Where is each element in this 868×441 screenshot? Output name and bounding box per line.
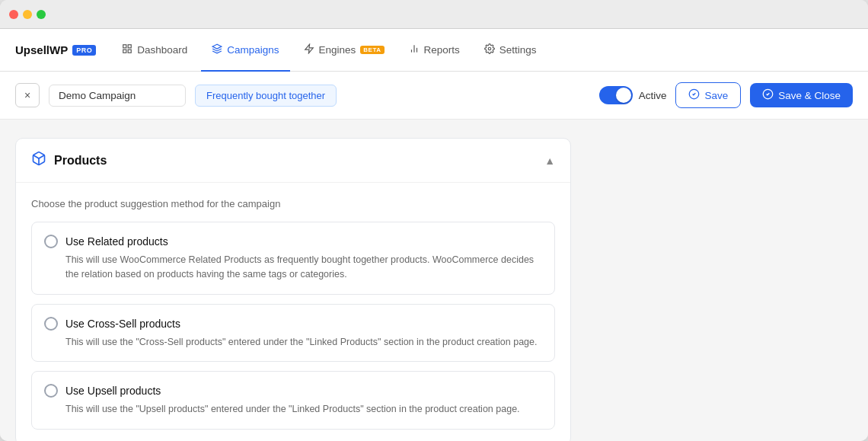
check-circle-icon — [688, 88, 700, 102]
radio-desc-upsell: This will use the "Upsell products" ente… — [44, 402, 542, 417]
nav-label-settings: Settings — [499, 44, 537, 56]
brand-name: UpsellWP — [15, 43, 68, 56]
nav-label-reports: Reports — [424, 44, 460, 56]
save-button-label: Save — [704, 90, 728, 101]
radio-header-upsell: Use Upsell products — [44, 384, 542, 398]
radio-option-upsell[interactable]: Use Upsell products This will use the "U… — [31, 371, 555, 430]
bar-chart-icon — [409, 43, 420, 56]
minimize-traffic-light[interactable] — [23, 10, 32, 19]
radio-circle-upsell — [44, 384, 58, 398]
nav-label-campaigns: Campaigns — [227, 44, 279, 56]
svg-rect-3 — [128, 50, 131, 53]
close-campaign-button[interactable]: × — [15, 83, 40, 107]
radio-desc-crosssell: This will use the "Cross-Sell products" … — [44, 335, 542, 350]
beta-badge: BETA — [360, 46, 384, 54]
radio-title-upsell: Use Upsell products — [65, 385, 161, 397]
radio-circle-crosssell — [44, 317, 58, 331]
svg-point-9 — [488, 47, 491, 50]
maximize-traffic-light[interactable] — [37, 10, 46, 19]
radio-title-crosssell: Use Cross-Sell products — [65, 318, 180, 330]
radio-circle-related — [44, 235, 58, 248]
svg-marker-4 — [212, 44, 222, 49]
app-window: UpsellWP PRO Dashboard Campaigns — [0, 0, 868, 441]
save-close-button[interactable]: Save & Close — [750, 83, 853, 107]
nav-label-dashboard: Dashboard — [137, 44, 187, 56]
nav-item-settings[interactable]: Settings — [474, 29, 547, 72]
grid-icon — [122, 43, 132, 56]
radio-header-related: Use Related products — [44, 235, 542, 248]
active-toggle-group: Active — [599, 86, 667, 104]
close-traffic-light[interactable] — [9, 10, 18, 19]
brand: UpsellWP PRO — [15, 43, 96, 56]
products-title-group: Products — [31, 151, 107, 170]
radio-option-crosssell[interactable]: Use Cross-Sell products This will use th… — [31, 304, 555, 363]
navbar: UpsellWP PRO Dashboard Campaigns — [0, 29, 868, 72]
products-title: Products — [54, 154, 107, 168]
campaign-name-input[interactable] — [49, 85, 186, 107]
radio-desc-related: This will use WooCommerce Related Produc… — [44, 253, 542, 282]
traffic-lights — [9, 10, 46, 19]
radio-title-related: Use Related products — [65, 235, 168, 248]
products-header: Products ▲ — [16, 139, 570, 183]
zap-icon — [304, 43, 314, 56]
svg-rect-0 — [123, 45, 126, 48]
suggestion-label: Choose the product suggestion method for… — [31, 198, 555, 209]
products-cube-icon — [31, 151, 46, 170]
nav-item-engines[interactable]: Engines BETA — [293, 29, 395, 72]
nav-label-engines: Engines — [319, 44, 356, 56]
nav-item-reports[interactable]: Reports — [398, 29, 471, 72]
save-close-button-label: Save & Close — [778, 90, 841, 101]
radio-option-related[interactable]: Use Related products This will use WooCo… — [31, 222, 555, 295]
section-area: Products ▲ Choose the product suggestion… — [0, 120, 868, 441]
pro-badge: PRO — [72, 45, 96, 56]
active-toggle[interactable] — [599, 86, 633, 104]
toggle-label: Active — [639, 90, 667, 101]
layers-icon — [212, 43, 222, 56]
nav-item-dashboard[interactable]: Dashboard — [111, 29, 198, 72]
save-button[interactable]: Save — [675, 82, 741, 108]
main-content: × Frequently bought together Active Save — [0, 72, 868, 441]
products-card: Products ▲ Choose the product suggestion… — [15, 138, 571, 441]
products-body: Choose the product suggestion method for… — [16, 183, 570, 441]
svg-rect-1 — [128, 45, 131, 48]
campaign-toolbar: × Frequently bought together Active Save — [0, 72, 868, 120]
collapse-button[interactable]: ▲ — [544, 155, 555, 167]
settings-icon — [484, 43, 495, 56]
save-close-icon — [762, 88, 774, 102]
campaign-tab-frequently-bought[interactable]: Frequently bought together — [195, 85, 337, 107]
svg-marker-5 — [305, 44, 313, 53]
radio-header-crosssell: Use Cross-Sell products — [44, 317, 542, 331]
svg-rect-2 — [123, 50, 126, 53]
nav-item-campaigns[interactable]: Campaigns — [201, 29, 289, 72]
toggle-knob — [616, 88, 631, 103]
titlebar — [0, 0, 868, 29]
